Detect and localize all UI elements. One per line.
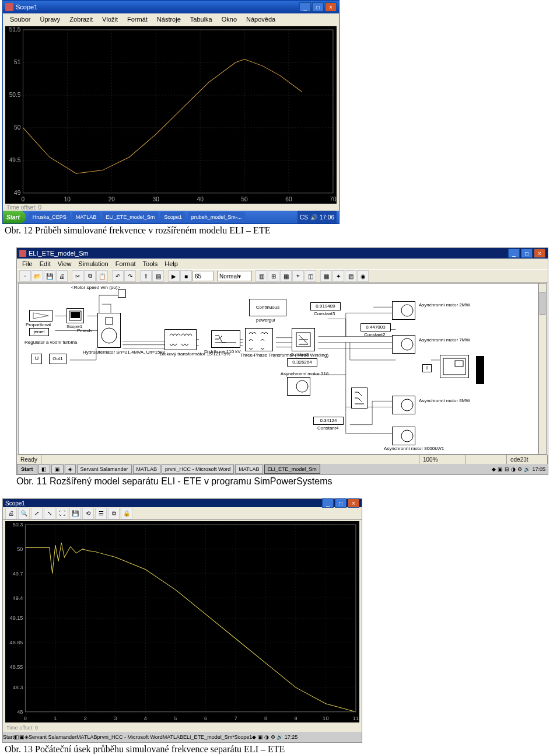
menu-vlozit[interactable]: Vložit: [99, 15, 121, 24]
tb-icon[interactable]: ⊞: [268, 270, 279, 282]
const3-block[interactable]: 0.919489: [310, 302, 341, 310]
zero-block[interactable]: 0: [422, 364, 432, 372]
taskbar-item[interactable]: MATLAB: [133, 465, 160, 474]
menu-tabulka[interactable]: Tabulka: [187, 15, 216, 24]
taskbar-item[interactable]: Hruska_CEPS: [29, 212, 70, 222]
menu-upravy[interactable]: Úpravy: [36, 15, 64, 24]
menu-format[interactable]: Formát: [124, 15, 151, 24]
scope1-block[interactable]: [66, 308, 84, 323]
stop-icon[interactable]: ■: [180, 270, 192, 282]
menu-format[interactable]: Format: [113, 259, 139, 268]
hydro-block[interactable]: [97, 313, 121, 348]
taskbar-item[interactable]: prvni_HCC - Microsoft Word: [97, 734, 162, 740]
start-button[interactable]: Start: [17, 464, 37, 474]
taskbar-item[interactable]: MATLAB: [163, 734, 183, 740]
tray-icon[interactable]: ◆: [252, 734, 256, 740]
const2-block[interactable]: 0.447003: [360, 323, 391, 331]
tb-icon[interactable]: ◫: [304, 270, 316, 282]
menu-edit[interactable]: Edit: [37, 259, 54, 268]
tb-icon[interactable]: ▨: [345, 270, 356, 282]
ql-icon[interactable]: ▣: [19, 734, 24, 740]
play-icon[interactable]: ▶: [168, 270, 180, 282]
menu-okno[interactable]: Okno: [218, 15, 240, 24]
taskbar-item[interactable]: MATLAB: [72, 212, 100, 222]
start-button[interactable]: Start: [3, 734, 14, 740]
tray-lang[interactable]: CS: [300, 214, 308, 221]
tb-icon[interactable]: ▦: [280, 270, 292, 282]
copy-icon[interactable]: ⧉: [84, 270, 96, 282]
library-icon[interactable]: ▤: [152, 270, 164, 282]
taskbar-item[interactable]: Scope1: [235, 734, 253, 740]
print-icon[interactable]: 🖨: [5, 508, 17, 519]
proportional-block[interactable]: [29, 310, 52, 322]
jemel-block[interactable]: jemel: [29, 328, 49, 336]
menu-soubor[interactable]: Soubor: [6, 15, 34, 24]
taskbar-item[interactable]: MATLAB: [76, 734, 97, 740]
restore-icon[interactable]: ⟲: [82, 508, 94, 519]
close-button[interactable]: ×: [325, 2, 337, 12]
undo-icon[interactable]: ↶: [112, 270, 124, 282]
tray-icon[interactable]: ▣: [258, 734, 263, 740]
tray-icon[interactable]: ◆: [492, 466, 496, 472]
lock-icon[interactable]: 🔒: [121, 508, 132, 519]
tray-icon[interactable]: ⚙: [271, 734, 275, 740]
tray-icon[interactable]: 🔊: [524, 466, 530, 472]
taskbar-item[interactable]: MATLAB: [235, 465, 262, 474]
u-block[interactable]: U: [32, 354, 42, 364]
menu-view[interactable]: View: [55, 259, 75, 268]
asm-8000-block[interactable]: [392, 427, 415, 445]
asm-316-block[interactable]: [287, 377, 310, 396]
dist110-block[interactable]: [211, 330, 240, 348]
save-icon[interactable]: 💾: [69, 508, 81, 519]
tb-icon[interactable]: ◉: [357, 270, 369, 282]
terminator-block[interactable]: [476, 356, 484, 384]
simtime-field[interactable]: 65: [192, 271, 214, 281]
three-phase-tx-block[interactable]: [245, 328, 273, 351]
taskbar-item[interactable]: prubeh_model_Sm-...: [188, 212, 246, 222]
maximize-button[interactable]: □: [312, 2, 324, 12]
zoom-y-icon[interactable]: ⤡: [44, 508, 55, 519]
taskbar-item[interactable]: Servant Salamander: [29, 734, 76, 740]
ql-icon[interactable]: ◈: [65, 465, 76, 474]
menu-file[interactable]: File: [19, 259, 36, 268]
speaker-icon[interactable]: 🔊: [310, 214, 317, 221]
paste-icon[interactable]: 📋: [96, 270, 108, 282]
ql-icon[interactable]: ▣: [51, 465, 64, 474]
tray-icon[interactable]: 🔊: [276, 734, 283, 740]
menu-help[interactable]: Help: [162, 259, 181, 268]
const5-block[interactable]: 0.326264: [287, 358, 317, 366]
tray-icon[interactable]: ⊟: [505, 466, 509, 472]
menu-zobrazit[interactable]: Zobrazit: [66, 15, 96, 24]
params-icon[interactable]: ☰: [95, 508, 107, 519]
menu-tools[interactable]: Tools: [140, 259, 161, 268]
menu-napoveda[interactable]: Nápověda: [243, 15, 279, 24]
block-transformer[interactable]: [164, 329, 197, 350]
taskbar-item[interactable]: ELI_ETE_model_Sm: [264, 465, 320, 474]
new-icon[interactable]: ▫: [19, 270, 31, 282]
tb-icon[interactable]: ▥: [256, 270, 267, 282]
close-button[interactable]: ×: [534, 249, 545, 258]
ql-icon[interactable]: ◈: [24, 734, 29, 740]
taskbar-item[interactable]: prvni_HCC - Microsoft Word: [162, 465, 234, 474]
simulink-canvas[interactable]: <Rotor speed wm (pu)> Proportional Scope…: [18, 283, 538, 455]
taskbar-item[interactable]: ELI_ETE_model_Sm*: [183, 734, 235, 740]
start-button[interactable]: Start: [3, 211, 26, 224]
maximize-button[interactable]: □: [521, 249, 533, 258]
subsys-block[interactable]: [440, 355, 469, 378]
goto-block[interactable]: [118, 289, 126, 298]
mode-select[interactable]: Normal ▾: [217, 271, 252, 281]
float-icon[interactable]: ⧉: [108, 508, 120, 519]
zoom-icon[interactable]: 🔍: [18, 508, 30, 519]
breaker-block[interactable]: [292, 328, 315, 351]
minimize-button[interactable]: _: [508, 249, 520, 258]
minimize-button[interactable]: _: [322, 498, 334, 508]
autoscale-icon[interactable]: ⛶: [57, 508, 68, 519]
tray-icon[interactable]: ◑: [264, 734, 269, 740]
const4-block[interactable]: 0.34124: [313, 417, 344, 425]
out1-block[interactable]: Out1: [49, 354, 66, 364]
redo-icon[interactable]: ↷: [124, 270, 136, 282]
save-icon[interactable]: 💾: [44, 270, 55, 282]
tray-icon[interactable]: ⚙: [517, 466, 522, 472]
powergui-block[interactable]: Continuous: [249, 299, 286, 316]
ql-icon[interactable]: ◧: [38, 465, 50, 474]
